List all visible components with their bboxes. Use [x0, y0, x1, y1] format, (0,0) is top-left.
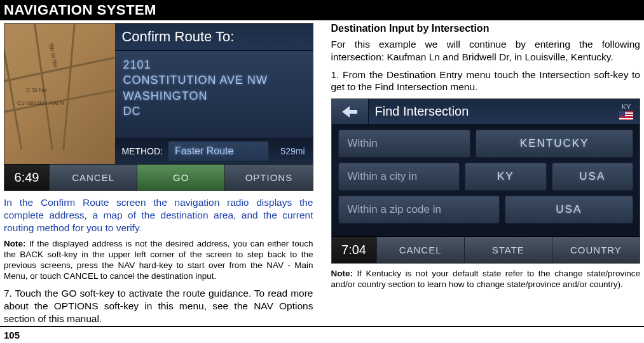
left-column: C St Nw Constitution Ave N 9th St Nw Con…: [4, 23, 313, 325]
method-label: METHOD:: [115, 142, 168, 161]
page-content: C St Nw Constitution Ave N 9th St Nw Con…: [0, 20, 644, 325]
page-number: 105: [0, 327, 644, 343]
note-label: Note:: [4, 239, 26, 248]
back-arrow-icon: [342, 106, 357, 118]
confirm-route-title: Confirm Route To:: [115, 24, 312, 51]
within-city-label: Within a city in: [338, 163, 460, 191]
map-street-label: C St Nw: [26, 87, 47, 93]
note-label: Note:: [331, 269, 353, 278]
within-zip-label: Within a zip code in: [338, 196, 500, 224]
state-button[interactable]: STATE: [464, 237, 552, 263]
within-state-button[interactable]: KENTUCKY: [476, 130, 633, 158]
note-text: If the displayed address is not the desi…: [4, 239, 313, 281]
paragraph: In the Confirm Route screen the navigati…: [4, 196, 313, 234]
address-number: 2101: [123, 57, 305, 72]
map-street-label: Constitution Ave N: [17, 100, 64, 106]
route-distance: 529mi: [273, 146, 312, 156]
note-text: If Kentucky is not your default state re…: [331, 269, 641, 289]
address-line: CONSTITUTION AVE NW: [123, 72, 305, 88]
clock-time: 6:49: [4, 165, 49, 191]
page-header: NAVIGATION SYSTEM: [0, 0, 644, 20]
within-city-state-button[interactable]: KY: [465, 163, 546, 191]
region-indicator: KY: [619, 103, 640, 120]
method-value[interactable]: Faster Route: [168, 141, 269, 161]
map-street-label: 9th St Nw: [48, 43, 59, 68]
note-paragraph: Note: If the displayed address is not th…: [4, 239, 313, 282]
address-state: DC: [123, 104, 305, 119]
cancel-button[interactable]: CANCEL: [376, 237, 464, 263]
address-city: WASHINGTON: [123, 88, 305, 104]
note-paragraph: Note: If Kentucky is not your default st…: [331, 269, 641, 290]
confirm-route-screenshot: C St Nw Constitution Ave N 9th St Nw Con…: [4, 23, 313, 191]
clock-time: 7:04: [332, 237, 376, 263]
confirm-route-address: 2101 CONSTITUTION AVE NW WASHINGTON DC: [115, 51, 312, 138]
state-abbr: KY: [622, 103, 631, 111]
back-button[interactable]: [332, 99, 369, 124]
go-button[interactable]: GO: [137, 165, 224, 191]
confirm-route-map: C St Nw Constitution Ave N 9th St Nw: [4, 24, 115, 164]
paragraph: 7. Touch the GO soft-key to activate the…: [4, 287, 313, 325]
options-button[interactable]: OPTIONS: [224, 165, 312, 191]
within-city-country-button[interactable]: USA: [552, 163, 633, 191]
paragraph: For this example we will continue by ent…: [331, 38, 641, 64]
find-intersection-title: Find Intersection: [369, 104, 620, 119]
find-intersection-screenshot: Find Intersection KY Within KENTUCKY Wit…: [331, 98, 641, 264]
section-subhead: Destination Input by Intersection: [331, 23, 641, 34]
right-column: Destination Input by Intersection For th…: [331, 23, 641, 325]
page-footer: 105: [0, 326, 644, 343]
us-flag-icon: [619, 111, 633, 120]
within-zip-country-button[interactable]: USA: [505, 196, 633, 224]
country-button[interactable]: COUNTRY: [552, 237, 640, 263]
paragraph: 1. From the Destination Entry menu touch…: [331, 69, 641, 94]
within-label: Within: [338, 130, 471, 158]
cancel-button[interactable]: CANCEL: [49, 165, 137, 191]
